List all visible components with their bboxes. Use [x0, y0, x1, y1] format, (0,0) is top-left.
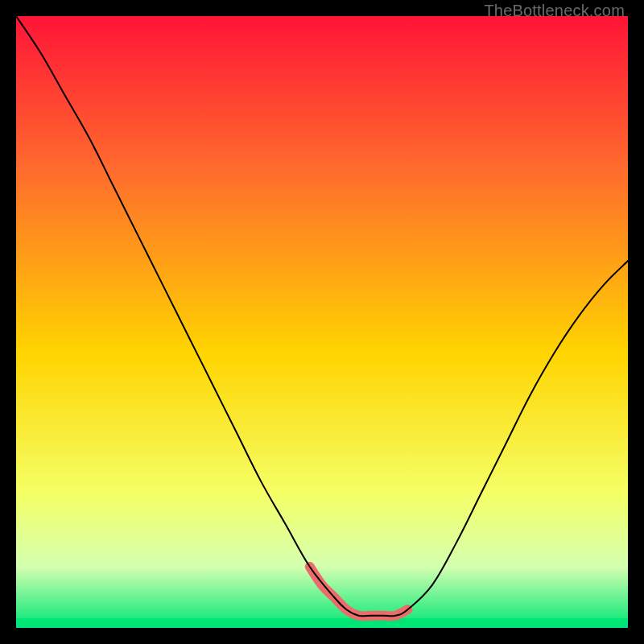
chart-svg [16, 16, 628, 628]
plot-area [16, 16, 628, 628]
watermark-text: TheBottleneck.com [484, 2, 625, 20]
bottom-green-strip [16, 618, 628, 628]
gradient-background [16, 16, 628, 628]
chart-frame: TheBottleneck.com [0, 0, 644, 644]
